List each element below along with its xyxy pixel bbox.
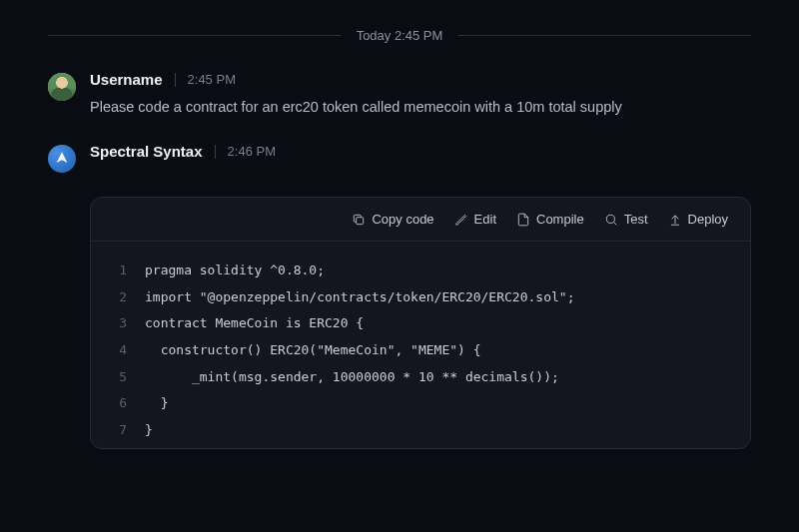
divider-line — [48, 35, 341, 36]
message-text: Please code a contract for an erc20 toke… — [90, 96, 649, 119]
bot-message: Spectral Syntax 2:46 PM — [48, 143, 751, 173]
message-time: 2:46 PM — [228, 144, 276, 159]
code-line: 6 } — [113, 390, 728, 417]
line-number: 4 — [113, 337, 127, 364]
line-code: _mint(msg.sender, 10000000 * 10 ** decim… — [145, 364, 559, 391]
line-number: 3 — [113, 310, 127, 337]
deploy-button[interactable]: Deploy — [668, 212, 728, 227]
line-code: pragma solidity ^0.8.0; — [145, 258, 325, 284]
compile-icon — [516, 213, 530, 227]
line-number: 1 — [113, 258, 127, 284]
code-block: Copy code Edit Compile Test Deploy 1prag… — [90, 197, 751, 448]
compile-button[interactable]: Compile — [516, 212, 584, 227]
bot-name-label[interactable]: Spectral Syntax — [90, 143, 203, 160]
message-time: 2:45 PM — [188, 72, 236, 87]
copy-code-button[interactable]: Copy code — [352, 212, 433, 227]
divider-line — [458, 35, 751, 36]
line-number: 2 — [113, 284, 127, 311]
deploy-icon — [668, 213, 682, 227]
line-number: 6 — [113, 390, 127, 417]
user-avatar[interactable] — [48, 73, 76, 101]
line-number: 7 — [113, 417, 127, 444]
svg-point-1 — [606, 215, 614, 223]
header-separator — [175, 73, 176, 87]
line-number: 5 — [113, 364, 127, 391]
test-label: Test — [624, 212, 648, 227]
divider-label: Today 2:45 PM — [357, 28, 443, 43]
username-label[interactable]: Username — [90, 71, 163, 88]
bot-logo-icon — [54, 151, 70, 167]
code-line: 4 constructor() ERC20("MemeCoin", "MEME"… — [113, 337, 728, 364]
edit-button[interactable]: Edit — [454, 212, 496, 227]
line-code: } — [145, 390, 168, 417]
compile-label: Compile — [536, 212, 584, 227]
code-line: 1pragma solidity ^0.8.0; — [113, 258, 728, 284]
svg-rect-0 — [357, 217, 364, 224]
test-icon — [604, 213, 618, 227]
edit-label: Edit — [474, 212, 496, 227]
code-line: 3contract MemeCoin is ERC20 { — [113, 310, 728, 337]
line-code: } — [145, 417, 153, 444]
code-toolbar: Copy code Edit Compile Test Deploy — [91, 198, 750, 242]
line-code: constructor() ERC20("MemeCoin", "MEME") … — [145, 337, 481, 364]
code-line: 5 _mint(msg.sender, 10000000 * 10 ** dec… — [113, 364, 728, 391]
code-line: 7} — [113, 417, 728, 444]
copy-label: Copy code — [372, 212, 433, 227]
date-divider: Today 2:45 PM — [48, 28, 751, 43]
edit-icon — [454, 213, 468, 227]
user-message: Username 2:45 PM Please code a contract … — [48, 71, 751, 119]
code-line: 2import "@openzeppelin/contracts/token/E… — [113, 284, 728, 311]
bot-avatar[interactable] — [48, 145, 76, 173]
test-button[interactable]: Test — [604, 212, 648, 227]
line-code: contract MemeCoin is ERC20 { — [145, 310, 364, 337]
line-code: import "@openzeppelin/contracts/token/ER… — [145, 284, 574, 311]
copy-icon — [352, 213, 366, 227]
code-content[interactable]: 1pragma solidity ^0.8.0;2import "@openze… — [91, 242, 750, 447]
header-separator — [215, 145, 216, 159]
deploy-label: Deploy — [688, 212, 728, 227]
